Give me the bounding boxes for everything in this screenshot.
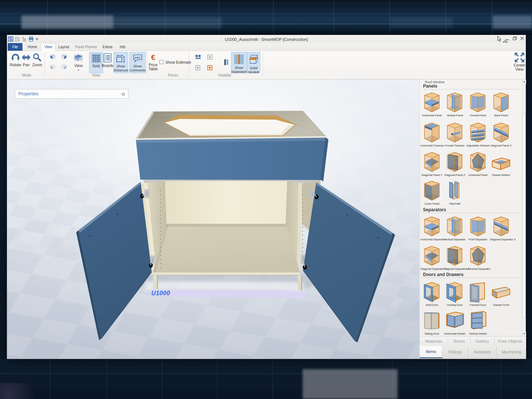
svg-text:U1000: U1000 [151, 290, 170, 296]
svg-text:€: € [151, 53, 155, 61]
svg-text:ABC: ABC [134, 56, 141, 59]
